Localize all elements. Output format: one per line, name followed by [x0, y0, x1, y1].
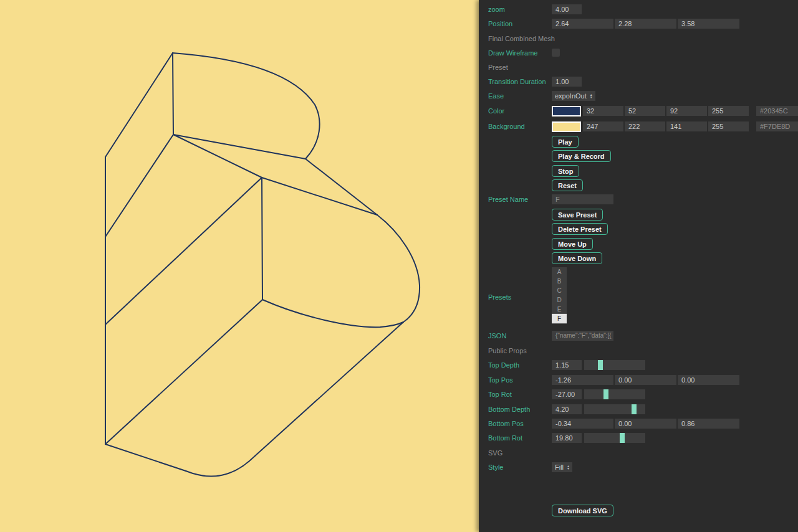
edge-left-wall	[105, 53, 173, 444]
transition-duration-label: Transition Duration	[488, 77, 546, 87]
top-pos-x-input[interactable]: -1.26	[552, 375, 613, 385]
row-section-svg: SVG	[479, 449, 798, 460]
background-swatch[interactable]	[552, 121, 581, 132]
background-r-input[interactable]: 247	[583, 121, 623, 131]
bottom-depth-label: Bottom Depth	[488, 404, 530, 414]
background-label: Background	[488, 121, 525, 131]
row-save-preset: Save Preset	[479, 209, 798, 220]
bottom-pos-label: Bottom Pos	[488, 419, 524, 429]
bottom-depth-input[interactable]: 4.20	[552, 404, 582, 414]
row-json: JSON {"name":"F","data":[{	[479, 331, 798, 342]
color-b-input[interactable]: 92	[666, 106, 707, 116]
bottom-pos-x-input[interactable]: -0.34	[552, 419, 613, 429]
background-b-input[interactable]: 141	[666, 121, 707, 131]
zoom-input[interactable]: 4.00	[552, 4, 582, 14]
row-top-pos: Top Pos -1.26 0.00 0.00	[479, 375, 798, 386]
style-select[interactable]: Fill ▴▾	[552, 462, 572, 472]
top-depth-slider[interactable]	[584, 360, 645, 370]
position-y-input[interactable]: 2.28	[615, 19, 676, 29]
wireframe-lines	[105, 53, 420, 477]
move-down-button[interactable]: Move Down	[552, 252, 602, 264]
preset-list-item[interactable]: B	[552, 277, 567, 286]
top-rot-slider[interactable]	[584, 389, 645, 399]
preset-list-item[interactable]: C	[552, 286, 567, 295]
transition-duration-input[interactable]: 1.00	[552, 77, 582, 87]
bottom-pos-z-input[interactable]: 0.86	[678, 419, 739, 429]
svg-section-label: SVG	[488, 449, 502, 457]
preset-list-item[interactable]: AB	[552, 323, 567, 324]
json-input[interactable]: {"name":"F","data":[{	[552, 331, 613, 341]
preset-list-item[interactable]: E	[552, 305, 567, 314]
download-svg-button[interactable]: Download SVG	[552, 505, 613, 516]
color-r-input[interactable]: 32	[583, 106, 623, 116]
row-bottom-rot: Bottom Rot 19.80	[479, 433, 798, 444]
presets-listbox[interactable]: A B C D E F AB	[552, 267, 567, 324]
public-props-section-label: Public Props	[488, 346, 527, 355]
row-play-record: Play & Record	[479, 150, 798, 161]
position-z-input[interactable]: 3.58	[678, 19, 739, 29]
color-hex-input[interactable]: #20345C	[756, 106, 798, 116]
delete-preset-button[interactable]: Delete Preset	[552, 223, 608, 235]
top-rot-label: Top Rot	[488, 389, 512, 399]
row-preset-name: Preset Name F	[479, 194, 798, 206]
row-position: Position 2.64 2.28 3.58	[479, 19, 798, 30]
edge-front-to-arc	[262, 300, 403, 327]
top-depth-input[interactable]: 1.15	[552, 360, 582, 370]
stop-button[interactable]: Stop	[552, 165, 579, 177]
preset-list-item[interactable]: D	[552, 295, 567, 305]
row-download-svg: Download SVG	[479, 505, 798, 516]
top-pos-y-input[interactable]: 0.00	[615, 375, 676, 385]
color-g-input[interactable]: 52	[625, 106, 665, 116]
row-top-rot: Top Rot -27.00	[479, 389, 798, 401]
color-swatch[interactable]	[552, 106, 581, 116]
background-hex-input[interactable]: #F7DE8D	[756, 121, 798, 131]
bottom-rot-slider[interactable]	[584, 433, 645, 443]
render-canvas[interactable]	[0, 0, 479, 532]
ease-selected-value: expoInOut	[555, 91, 587, 101]
top-depth-label: Top Depth	[488, 360, 519, 370]
edge-top-bump-lower	[305, 159, 377, 215]
row-color: Color 32 52 92 255 #20345C	[479, 106, 798, 117]
control-panel: zoom 4.00 Position 2.64 2.28 3.58 Final …	[479, 0, 798, 532]
save-preset-button[interactable]: Save Preset	[552, 209, 603, 221]
bottom-rot-slider-thumb[interactable]	[620, 433, 625, 443]
play-and-record-button[interactable]: Play & Record	[552, 150, 611, 162]
top-depth-slider-thumb[interactable]	[598, 360, 603, 370]
bottom-rot-label: Bottom Rot	[488, 433, 522, 443]
ease-select[interactable]: expoInOut ▴▾	[552, 91, 595, 101]
bottom-rot-input[interactable]: 19.80	[552, 433, 582, 443]
background-a-input[interactable]: 255	[708, 121, 749, 131]
edge-mid-to-wall	[105, 178, 262, 325]
top-pos-z-input[interactable]: 0.00	[678, 375, 739, 385]
color-label: Color	[488, 106, 504, 116]
presets-label: Presets	[488, 292, 511, 302]
background-swatch-fill	[553, 123, 580, 131]
play-button[interactable]: Play	[552, 136, 579, 148]
preset-list-item-selected[interactable]: F	[552, 314, 567, 323]
color-a-input[interactable]: 255	[708, 106, 749, 116]
top-pos-label: Top Pos	[488, 375, 513, 385]
background-g-input[interactable]: 222	[625, 121, 665, 131]
top-rot-input[interactable]: -27.00	[552, 389, 582, 399]
row-section-preset: Preset	[479, 63, 798, 74]
app: zoom 4.00 Position 2.64 2.28 3.58 Final …	[0, 0, 798, 532]
top-rot-slider-thumb[interactable]	[603, 389, 608, 399]
json-label: JSON	[488, 331, 506, 341]
preset-list-item[interactable]: A	[552, 267, 567, 277]
row-style: Style Fill ▴▾	[479, 462, 798, 473]
row-section-public-props: Public Props	[479, 346, 798, 358]
edge-apex-front	[173, 53, 173, 135]
preset-section-label: Preset	[488, 63, 508, 72]
bottom-pos-y-input[interactable]: 0.00	[615, 419, 676, 429]
move-up-button[interactable]: Move Up	[552, 238, 593, 250]
bottom-depth-slider-thumb[interactable]	[632, 404, 637, 414]
arc-bottom-bump	[377, 215, 420, 322]
bottom-depth-slider[interactable]	[584, 404, 645, 414]
draw-wireframe-checkbox[interactable]	[552, 49, 560, 57]
row-ease: Ease expoInOut ▴▾	[479, 91, 798, 102]
position-x-input[interactable]: 2.64	[552, 19, 613, 29]
letter-wireframe-figure	[0, 0, 479, 532]
row-background: Background 247 222 141 255 #F7DE8D	[479, 121, 798, 133]
reset-button[interactable]: Reset	[552, 179, 583, 191]
preset-name-input[interactable]: F	[552, 194, 613, 204]
